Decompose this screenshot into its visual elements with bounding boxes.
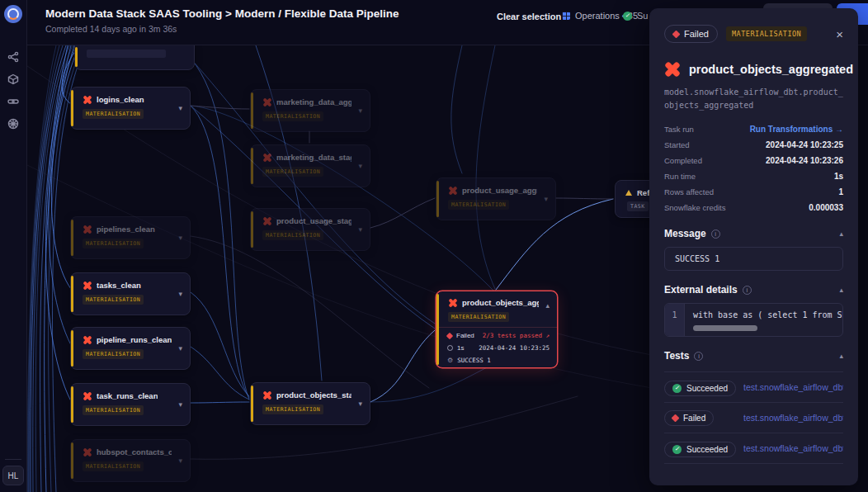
node-logins-clean[interactable]: logins_clean ▾ MATERIALISATION — [70, 87, 191, 130]
pipelines-network-icon[interactable] — [7, 51, 19, 63]
node-task-runs-clean[interactable]: task_runs_clean ▾ MATERIALISATION — [70, 383, 191, 426]
info-icon: i — [711, 229, 720, 239]
test-link[interactable]: test.snowflake_airflow_dbt.unique_pro — [743, 382, 843, 392]
connections-link-icon[interactable] — [7, 96, 19, 107]
collapse-icon[interactable]: ▴ — [839, 286, 843, 294]
node-stripe — [251, 211, 253, 248]
collapse-icon[interactable]: ▴ — [839, 229, 843, 238]
chevron-down-icon[interactable]: ▾ — [178, 234, 182, 242]
node-product-usage-aggregated[interactable]: product_usage_aggregated ▾ MATERIALISATI… — [436, 177, 556, 220]
detail-label: Run time — [664, 172, 696, 181]
horizontal-scrollbar[interactable] — [693, 325, 757, 331]
external-code-block: 1 with base as ( select 1 from SNOWFLAKE — [664, 303, 843, 337]
external-section-header: External details i ▴ — [664, 284, 843, 296]
test-status-label: Succeeded — [686, 445, 728, 454]
panel-badges-row: Failed MATERIALISATION × — [664, 25, 843, 43]
failed-diamond-icon — [446, 332, 453, 338]
chevron-down-icon[interactable]: ▾ — [544, 196, 548, 203]
node-tasks-clean[interactable]: tasks_clean ▾ MATERIALISATION — [70, 272, 191, 315]
task-run-link[interactable]: Run Transformations → — [750, 125, 843, 134]
chevron-down-icon[interactable]: ▾ — [358, 107, 362, 115]
chevron-down-icon[interactable]: ▾ — [358, 226, 362, 234]
dbt-icon — [448, 298, 457, 307]
detail-row: Rows affected1 — [664, 184, 843, 199]
node-badge-placeholder — [87, 50, 166, 58]
materialisation-badge: MATERIALISATION — [262, 404, 323, 414]
detail-value: 2024-04-24 10:23:25 — [766, 140, 843, 149]
test-status-label: Succeeded — [686, 384, 728, 393]
test-row: ✓ Succeeded test.snowflake_airflow_dbt.u… — [664, 372, 843, 402]
chevron-down-icon[interactable]: ▾ — [178, 291, 182, 298]
node-stripe — [436, 294, 439, 365]
chevron-down-icon[interactable]: ▾ — [358, 400, 362, 408]
app-logo[interactable] — [4, 5, 22, 23]
materialisation-badge: MATERIALISATION — [83, 349, 144, 359]
materialisation-badge: MATERIALISATION — [83, 295, 144, 305]
detail-value: 1s — [834, 172, 843, 181]
materialisation-badge: MATERIALISATION — [262, 230, 323, 240]
detail-label: Snowflake credits — [664, 203, 725, 212]
node-stripe — [75, 47, 78, 67]
sidebar-divider — [5, 459, 21, 460]
clear-selection-button[interactable]: Clear selection — [497, 12, 561, 21]
detail-row: Run time1s — [664, 168, 843, 183]
chevron-down-icon[interactable]: ▾ — [178, 345, 182, 352]
test-status-badge: ✓ Succeeded — [664, 381, 736, 396]
node-title: product_usage_aggregated — [462, 186, 537, 195]
node-pipelines-clean[interactable]: pipelines_clean ▾ MATERIALISATION — [70, 216, 191, 259]
info-icon: i — [743, 286, 752, 295]
node-clipped-top[interactable] — [74, 45, 195, 70]
close-icon[interactable]: × — [836, 28, 843, 40]
node-hubspot-contacts-clean[interactable]: hubspot_contacts_clean ▾ MATERIALISATION — [70, 439, 191, 482]
chevron-up-icon[interactable]: ▴ — [545, 302, 550, 310]
node-title: marketing_data_aggregated — [276, 97, 351, 106]
node-title: product_objects_staging — [276, 390, 351, 400]
node-stripe — [251, 386, 253, 422]
external-details-heading: External details — [664, 284, 738, 296]
user-avatar[interactable]: HL — [2, 466, 24, 485]
node-stripe — [71, 386, 73, 423]
run-status-subtitle: Completed 14 days ago in 3m 36s — [45, 24, 177, 34]
node-product-objects-staging[interactable]: product_objects_staging ▾ MATERIALISATIO… — [250, 382, 370, 425]
node-title: pipelines_clean — [97, 225, 155, 234]
collapse-icon[interactable]: ▴ — [839, 352, 843, 360]
chevron-down-icon[interactable]: ▾ — [178, 457, 182, 465]
node-marketing-data-aggregated[interactable]: marketing_data_aggregated ▾ MATERIALISAT… — [250, 89, 370, 132]
settings-globe-icon[interactable] — [7, 118, 19, 130]
node-pipeline-runs-clean[interactable]: pipeline_runs_clean ▾ MATERIALISATION — [70, 327, 191, 370]
node-title: logins_clean — [97, 95, 144, 104]
materialisation-badge: MATERIALISATION — [262, 167, 323, 177]
tests-heading: Tests — [664, 350, 689, 362]
node-status-row: Failed 2/3 tests passed ↗ — [436, 329, 557, 342]
failed-diamond-icon — [672, 414, 680, 423]
model-path: model.snowflake_airflow_dbt.product_obje… — [664, 86, 843, 111]
app-root: { "app": { "avatar": "HL" }, "header": {… — [0, 0, 868, 492]
dbt-icon — [83, 281, 92, 290]
assets-cube-icon[interactable] — [7, 73, 19, 85]
message-heading: Message — [664, 228, 706, 239]
materialisation-badge: MATERIALISATION — [83, 405, 144, 415]
gear-icon: ⚙ — [447, 357, 453, 364]
node-marketing-data-staging[interactable]: marketing_data_staging ▾ MATERIALISATION — [250, 144, 370, 187]
chevron-down-icon[interactable]: ▾ — [178, 105, 182, 112]
test-link[interactable]: test.snowflake_airflow_dbt.not_null_pr — [743, 413, 843, 423]
test-status-badge: Failed — [664, 410, 714, 426]
chevron-down-icon[interactable]: ▾ — [178, 401, 182, 409]
chevron-down-icon[interactable]: ▾ — [358, 163, 362, 170]
dbt-icon — [664, 61, 681, 78]
details-list: Task runRun Transformations → Started202… — [664, 121, 843, 215]
detail-row: Snowflake credits0.000033 — [664, 200, 843, 215]
info-icon: i — [694, 352, 703, 361]
detail-value: 2024-04-24 10:23:26 — [766, 156, 843, 165]
test-link[interactable]: test.snowflake_airflow_dbt.not_null_pr — [743, 443, 843, 453]
dbt-icon — [262, 97, 271, 106]
detail-label: Rows affected — [664, 187, 714, 196]
materialisation-badge: MATERIALISATION — [83, 239, 144, 248]
node-stripe — [71, 330, 73, 367]
node-title: task_runs_clean — [97, 391, 158, 400]
tests-passed-link[interactable]: 2/3 tests passed ↗ — [483, 332, 550, 339]
dbt-icon — [83, 225, 92, 234]
node-product-objects-aggregated-selected[interactable]: product_objects_aggregated ▴ MATERIALISA… — [436, 291, 558, 368]
node-timestamp: 2024-04-24 10:23:25 — [479, 344, 550, 352]
node-product-usage-staging[interactable]: product_usage_staging ▾ MATERIALISATION — [250, 208, 370, 251]
